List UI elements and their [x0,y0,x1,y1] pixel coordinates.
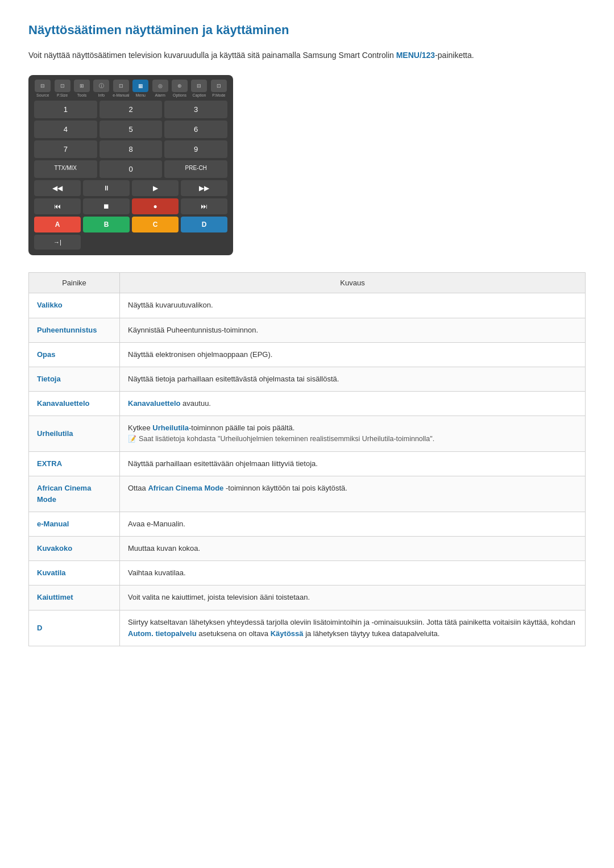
intro-text: Voit näyttää näyttösäätimen television k… [28,51,396,60]
remote-btn-5: 5 [99,121,163,138]
remote-icon-psize: ⊡ P.Size [53,80,70,97]
remote-media-row1: ◀◀ ⏸ ▶ ▶▶ [34,180,227,196]
remote-btn-d: D [181,217,227,232]
remote-btn-stop: ⏹ [83,198,130,214]
remote-image-area: ⊟ Source ⊡ P.Size ⊞ Tools ⓘ Info ⊡ e-Man… [28,75,586,255]
remote-arrow-row: →| [34,235,227,250]
remote-icon-emanual: ⊡ e-Manual [113,80,130,97]
note-icon: 📝 [128,434,136,445]
remote-btn-7: 7 [34,140,97,158]
remote-num-grid: 1 2 3 4 5 6 7 8 9 [34,101,227,158]
blue-african-cinema-mode: African Cinema Mode [148,484,223,492]
psize-icon-label: P.Size [57,93,68,97]
table-row: Kuvakoko Muuttaa kuvan kokoa. [29,537,586,561]
description-opas: Näyttää elektronisen ohjelmaoppaan (EPG)… [120,342,586,367]
alarm-icon-box: ◎ [152,80,168,92]
table-row: Tietoja Näyttää tietoja parhaillaan esit… [29,367,586,391]
table-row: e-Manual Avaa e-Manualin. [29,512,586,537]
remote-btn-6: 6 [164,121,227,138]
button-label-d: D [29,610,120,646]
remote-btn-play: ▶ [132,180,179,196]
remote-btn-pause: ⏸ [83,180,130,196]
button-label-kuvatila: Kuvatila [29,561,120,585]
remote-btn-2: 2 [99,101,163,118]
remote-btn-0: 0 [99,160,163,178]
table-row: Valikko Näyttää kuvaruutuvalikon. [29,293,586,318]
note-text: Saat lisätietoja kohdasta "Urheiluohjelm… [139,434,434,445]
caption-icon-label: Caption [192,93,206,97]
remote-icon-pmode: ⊡ P.Mode [210,80,227,97]
remote-btn-3: 3 [164,101,227,118]
source-icon-label: Source [36,93,49,97]
remote-btn-ffwd: ▶▶ [181,180,227,196]
remote-btn-9: 9 [164,140,227,158]
button-label-emanual: e-Manual [29,512,120,537]
options-icon-label: Options [173,93,186,97]
table-row: Urheilutila Kytkee Urheilutila-toiminnon… [29,416,586,452]
remote-icon-alarm: ◎ Alarm [151,80,168,97]
remote-btn-a: A [34,217,81,232]
intro-paragraph: Voit näyttää näyttösäätimen television k… [28,49,586,61]
remote-color-buttons: A B C D [34,217,227,232]
source-icon-box: ⊟ [35,80,51,92]
description-african-cinema-mode: Ottaa African Cinema Mode -toiminnon käy… [120,476,586,512]
menu-icon-label: Menu [135,93,146,97]
remote-btn-arrow: →| [34,235,81,250]
button-label-extra: EXTRA [29,451,120,476]
button-label-urheilutila: Urheilutila [29,416,120,452]
remote-icon-menu: ▦ Menu [132,80,149,97]
menu-icon-box: ▦ [132,80,148,92]
button-label-kaiuttimet: Kaiuttimet [29,585,120,610]
urheilutila-note: 📝 Saat lisätietoja kohdasta "Urheiluohje… [128,434,577,445]
table-row: EXTRA Näyttää parhaillaan esitettävään o… [29,451,586,476]
table-row: Kanavaluettelo Kanavaluettelo avautuu. [29,391,586,416]
tools-icon-box: ⊞ [74,80,90,92]
info-icon-box: ⓘ [93,80,109,92]
blue-autom-tietopalvelu: Autom. tietopalvelu [128,629,197,638]
table-row: Kuvatila Vaihtaa kuvatilaa. [29,561,586,585]
remote-btn-rewind: ◀◀ [34,180,81,196]
description-urheilutila: Kytkee Urheilutila-toiminnon päälle tai … [120,416,586,452]
remote-btn-ttx: TTX/MIX [34,160,97,178]
info-table: Painike Kuvaus Valikko Näyttää kuvaruutu… [28,272,586,646]
remote-icon-options: ⊛ Options [171,80,188,97]
caption-icon-box: ⊟ [191,80,207,92]
page-title: Näyttösäätimen näyttäminen ja käyttämine… [28,23,586,38]
button-label-kanavaluettelo: Kanavaluettelo [29,391,120,416]
blue-kanavaluettelo: Kanavaluettelo [128,399,180,408]
remote-btn-c: C [132,217,179,232]
psize-icon-box: ⊡ [55,80,70,92]
intro-link: MENU/123 [396,51,435,60]
col1-header: Painike [29,273,120,293]
description-extra: Näyttää parhaillaan esitettävään ohjelma… [120,451,586,476]
table-row: D Siirtyy katseltavan lähetyksen yhteyde… [29,610,586,646]
intro-suffix: -painiketta. [435,51,474,60]
remote-control: ⊟ Source ⊡ P.Size ⊞ Tools ⓘ Info ⊡ e-Man… [28,75,233,255]
button-label-african-cinema-mode: African Cinema Mode [29,476,120,512]
remote-btn-prev: ⏮ [34,198,81,214]
description-kuvakoko: Muuttaa kuvan kokoa. [120,537,586,561]
description-kuvatila: Vaihtaa kuvatilaa. [120,561,586,585]
emanual-icon-box: ⊡ [113,80,129,92]
remote-icon-source: ⊟ Source [34,80,51,97]
button-label-kuvakoko: Kuvakoko [29,537,120,561]
description-valikko: Näyttää kuvaruutuvalikon. [120,293,586,318]
button-label-valikko: Valikko [29,293,120,318]
pmode-icon-label: P.Mode [212,93,225,97]
tools-icon-label: Tools [77,93,86,97]
remote-btn-record: ● [132,198,179,214]
remote-icon-info: ⓘ Info [93,80,110,97]
blue-urheilutila: Urheilutila [152,423,189,432]
remote-top-icons: ⊟ Source ⊡ P.Size ⊞ Tools ⓘ Info ⊡ e-Man… [34,80,227,97]
description-kanavaluettelo: Kanavaluettelo avautuu. [120,391,586,416]
emanual-icon-label: e-Manual [113,93,129,97]
description-d: Siirtyy katseltavan lähetyksen yhteydess… [120,610,586,646]
table-row: Puheentunnistus Käynnistää Puheentunnist… [29,318,586,342]
button-label-tietoja: Tietoja [29,367,120,391]
description-emanual: Avaa e-Manualin. [120,512,586,537]
description-kaiuttimet: Voit valita ne kaiuttimet, joista televi… [120,585,586,610]
remote-btn-prech: PRE-CH [164,160,227,178]
description-puheentunnistus: Käynnistää Puheentunnistus-toiminnon. [120,318,586,342]
remote-btn-8: 8 [99,140,163,158]
blue-kaytossa: Käytössä [271,629,304,638]
